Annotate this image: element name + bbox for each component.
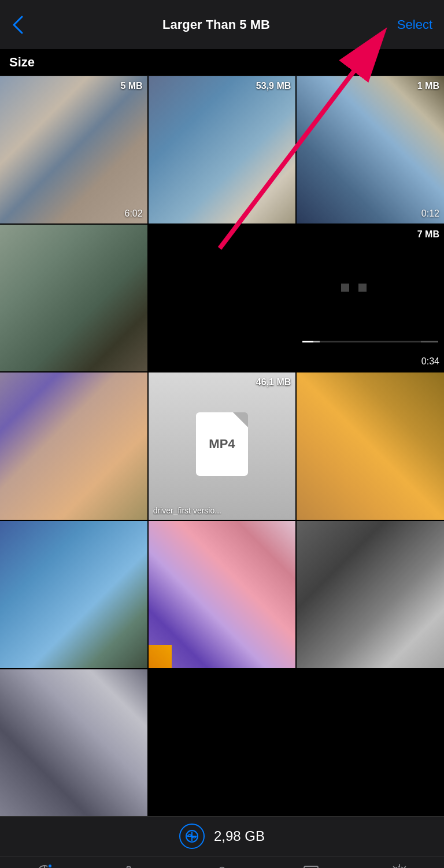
grid-item[interactable]: 1 MB 0:12 <box>297 76 444 223</box>
status-dot <box>47 863 53 868</box>
page-wrapper: Larger Than 5 MB Select Size 5 MB 6:02 5… <box>0 0 444 868</box>
storage-amount: 2,98 GB <box>214 828 265 844</box>
size-badge: 46,1 MB <box>256 377 291 388</box>
grid-item[interactable] <box>0 669 147 817</box>
settings-icon <box>390 863 409 868</box>
filename-label: driver_first versio... <box>153 506 221 515</box>
grid-item[interactable] <box>0 372 147 520</box>
nav-item-chats[interactable]: Chats <box>267 863 356 868</box>
grid-item[interactable] <box>297 372 444 520</box>
grid-item[interactable]: 46,1 MB MP4 driver_first versio... <box>149 372 296 520</box>
back-button[interactable] <box>12 14 46 35</box>
duration-badge: 6:02 <box>125 208 143 219</box>
nav-item-calls[interactable]: Calls <box>89 863 178 868</box>
size-badge: 53,9 MB <box>256 81 291 91</box>
select-button[interactable]: Select <box>386 17 432 32</box>
section-label: Size <box>0 49 444 76</box>
grid-item[interactable]: 5 MB 6:02 <box>0 76 147 223</box>
calls-icon <box>124 863 142 868</box>
nav-item-communities[interactable]: Communities <box>177 863 267 868</box>
grid-item[interactable] <box>0 521 147 668</box>
page-title: Larger Than 5 MB <box>46 17 386 32</box>
storage-bar: 2,98 GB <box>0 816 444 856</box>
grid-item[interactable]: 7 MB 0:34 <box>297 225 444 372</box>
grid-item[interactable] <box>297 521 444 668</box>
size-badge: 1 MB <box>417 81 439 91</box>
nav-item-settings[interactable]: Settings <box>355 863 444 868</box>
nav-item-status[interactable]: Status <box>0 863 89 868</box>
header: Larger Than 5 MB Select <box>0 0 444 49</box>
storage-icon <box>179 824 205 849</box>
duration-badge: 0:12 <box>421 208 439 219</box>
size-badge: 7 MB <box>417 229 439 240</box>
grid-item[interactable]: 53,9 MB <box>149 76 296 223</box>
mp4-label: MP4 <box>209 437 235 452</box>
bottom-nav: Status Calls Co <box>0 856 444 868</box>
chats-icon <box>302 863 320 868</box>
status-icon <box>35 863 54 868</box>
media-grid: 5 MB 6:02 53,9 MB 1 MB 0:12 7 MB 0:34 <box>0 76 444 816</box>
mp4-file-icon: MP4 <box>196 412 248 476</box>
grid-item[interactable] <box>0 225 147 372</box>
size-badge: 5 MB <box>120 81 142 91</box>
communities-icon <box>213 863 231 868</box>
duration-badge: 0:34 <box>421 356 439 367</box>
grid-item[interactable] <box>149 521 296 668</box>
